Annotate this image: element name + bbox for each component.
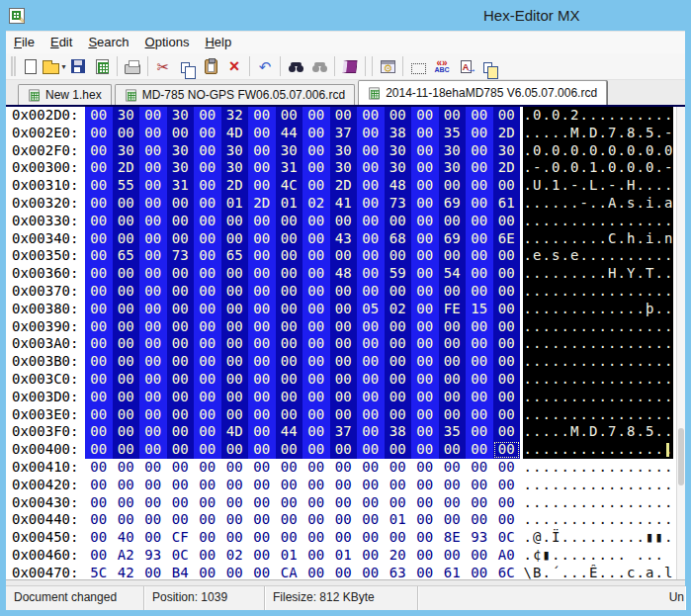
byte-cell[interactable]: 38: [385, 423, 412, 441]
byte-cell[interactable]: 00: [221, 511, 249, 529]
ascii-char[interactable]: .: [579, 159, 589, 177]
ascii-char[interactable]: .: [579, 230, 589, 248]
ascii-char[interactable]: 0: [646, 159, 655, 177]
ascii-char[interactable]: .: [542, 318, 552, 336]
ascii-char[interactable]: .: [617, 213, 627, 230]
byte-cell[interactable]: 00: [493, 477, 521, 494]
ascii-char[interactable]: .: [664, 301, 674, 318]
ascii-char[interactable]: .: [636, 353, 646, 371]
ascii-char[interactable]: .: [598, 142, 608, 160]
ascii-char[interactable]: .: [636, 371, 646, 389]
app-icon[interactable]: ✎: [9, 8, 25, 24]
ascii-char[interactable]: .: [654, 247, 664, 265]
byte-cell[interactable]: 00: [357, 529, 385, 547]
byte-cell[interactable]: 02: [385, 301, 412, 318]
ascii-char[interactable]: c: [627, 565, 637, 579]
ascii-char[interactable]: [627, 547, 637, 565]
byte-cell[interactable]: 00: [439, 406, 467, 424]
byte-cell[interactable]: 00: [411, 265, 439, 283]
byte-cell[interactable]: 00: [194, 283, 221, 301]
menu-search[interactable]: Search: [80, 33, 136, 52]
ascii-char[interactable]: 0: [608, 159, 618, 177]
byte-cell[interactable]: 00: [357, 125, 385, 142]
ascii-char[interactable]: .: [523, 283, 533, 301]
byte-cell[interactable]: 00: [466, 265, 493, 283]
byte-cell[interactable]: 00: [221, 335, 249, 353]
byte-cell[interactable]: 00: [113, 371, 140, 389]
ascii-char[interactable]: .: [561, 371, 570, 389]
ascii-char[interactable]: .: [598, 283, 608, 301]
byte-cell[interactable]: 00: [248, 565, 276, 579]
byte-cell[interactable]: 00: [411, 195, 439, 213]
byte-cell[interactable]: 00: [302, 283, 330, 301]
ascii-char[interactable]: .: [552, 494, 561, 512]
byte-cell[interactable]: 00: [221, 389, 249, 406]
ascii-char[interactable]: .: [654, 107, 664, 125]
ascii-char[interactable]: .: [617, 247, 627, 265]
byte-cell[interactable]: 00: [302, 301, 330, 318]
ascii-char[interactable]: .: [598, 247, 608, 265]
ascii-char[interactable]: .: [646, 177, 655, 195]
ascii-char[interactable]: .: [598, 213, 608, 230]
byte-cell[interactable]: 43: [330, 230, 358, 248]
ascii-char[interactable]: .: [598, 406, 608, 424]
ascii-char[interactable]: .: [608, 494, 618, 512]
ascii-char[interactable]: .: [542, 459, 552, 477]
ascii-char[interactable]: 0: [627, 142, 637, 160]
ascii-char[interactable]: .: [561, 177, 570, 195]
ascii-char[interactable]: -: [664, 159, 674, 177]
byte-cell[interactable]: 00: [357, 213, 385, 230]
byte-cell[interactable]: 00: [194, 265, 221, 283]
ascii-char[interactable]: .: [523, 107, 533, 125]
byte-cell[interactable]: 00: [466, 494, 493, 512]
byte-cell[interactable]: 00: [85, 301, 113, 318]
ascii-char[interactable]: .: [570, 477, 580, 494]
byte-cell[interactable]: 00: [248, 142, 276, 160]
byte-cell[interactable]: 05: [357, 301, 385, 318]
open-file-button[interactable]: ▾: [43, 55, 66, 77]
byte-cell[interactable]: 00: [411, 142, 439, 160]
ascii-char[interactable]: .: [664, 423, 674, 441]
ascii-char[interactable]: .: [627, 459, 637, 477]
ascii-char[interactable]: .: [664, 107, 674, 125]
ascii-char[interactable]: .: [533, 283, 543, 301]
byte-cell[interactable]: 00: [85, 477, 113, 494]
byte-cell[interactable]: 00: [385, 353, 412, 371]
ascii-char[interactable]: .: [654, 159, 664, 177]
byte-cell[interactable]: 00: [194, 529, 221, 547]
byte-cell[interactable]: 30: [439, 159, 467, 177]
ascii-char[interactable]: .: [598, 335, 608, 353]
byte-cell[interactable]: 00: [194, 301, 221, 318]
byte-cell[interactable]: 00: [276, 107, 303, 125]
ascii-char[interactable]: .: [561, 107, 570, 125]
ascii-char[interactable]: -: [570, 177, 580, 195]
byte-cell[interactable]: 00: [466, 335, 493, 353]
ascii-char[interactable]: .: [608, 318, 618, 336]
ascii-char[interactable]: .: [523, 247, 533, 265]
byte-cell[interactable]: 00: [248, 107, 276, 125]
byte-cell[interactable]: 00: [248, 247, 276, 265]
byte-cell[interactable]: 00: [194, 159, 221, 177]
byte-cell[interactable]: 40: [113, 529, 140, 547]
byte-cell[interactable]: 00: [167, 125, 195, 142]
save-hex-file-button[interactable]: [90, 55, 114, 77]
byte-cell[interactable]: 00: [85, 107, 113, 125]
byte-cell[interactable]: 00: [411, 529, 439, 547]
byte-cell[interactable]: 00: [167, 301, 195, 318]
ascii-char[interactable]: .: [589, 283, 599, 301]
byte-cell[interactable]: 00: [357, 494, 385, 512]
byte-cell[interactable]: 00: [221, 230, 249, 248]
byte-cell[interactable]: 00: [248, 265, 276, 283]
byte-cell[interactable]: 00: [466, 547, 493, 565]
ascii-char[interactable]: .: [561, 441, 570, 459]
byte-cell[interactable]: 00: [85, 441, 113, 459]
vertical-scrollbar-thumb[interactable]: [678, 428, 684, 485]
ascii-char[interactable]: .: [570, 406, 580, 424]
ascii-char[interactable]: .: [542, 195, 552, 213]
byte-cell[interactable]: 00: [194, 511, 221, 529]
ascii-char[interactable]: .: [589, 406, 599, 424]
byte-cell[interactable]: 00: [411, 441, 439, 459]
byte-cell[interactable]: 00: [167, 459, 195, 477]
byte-cell[interactable]: 00: [357, 265, 385, 283]
save-file-button[interactable]: [66, 55, 90, 77]
